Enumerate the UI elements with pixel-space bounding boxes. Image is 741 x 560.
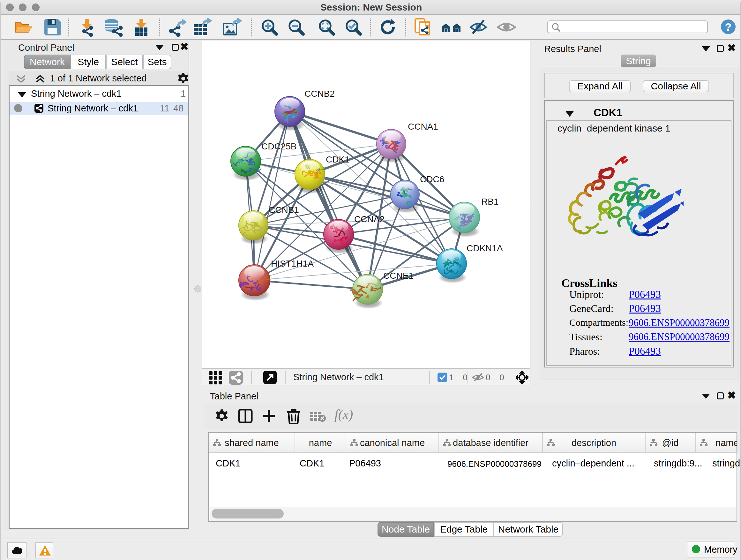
svg-text:CCNE1: CCNE1 [383, 271, 414, 281]
svg-text:RB1: RB1 [481, 197, 498, 206]
svg-text:CDK1: CDK1 [326, 154, 350, 165]
svg-text:CDC25B: CDC25B [261, 141, 296, 151]
svg-text:CCNB2: CCNB2 [305, 89, 335, 99]
svg-text:CDKN1A: CDKN1A [467, 243, 503, 253]
svg-text:HIST1H1A: HIST1H1A [271, 259, 314, 268]
svg-text:CCNA1: CCNA1 [408, 122, 438, 132]
svg-text:CDC6: CDC6 [420, 174, 444, 184]
svg-text:?: ? [725, 21, 732, 33]
svg-text:CCNA2: CCNA2 [354, 214, 385, 224]
svg-text:CCNB1: CCNB1 [269, 205, 299, 215]
